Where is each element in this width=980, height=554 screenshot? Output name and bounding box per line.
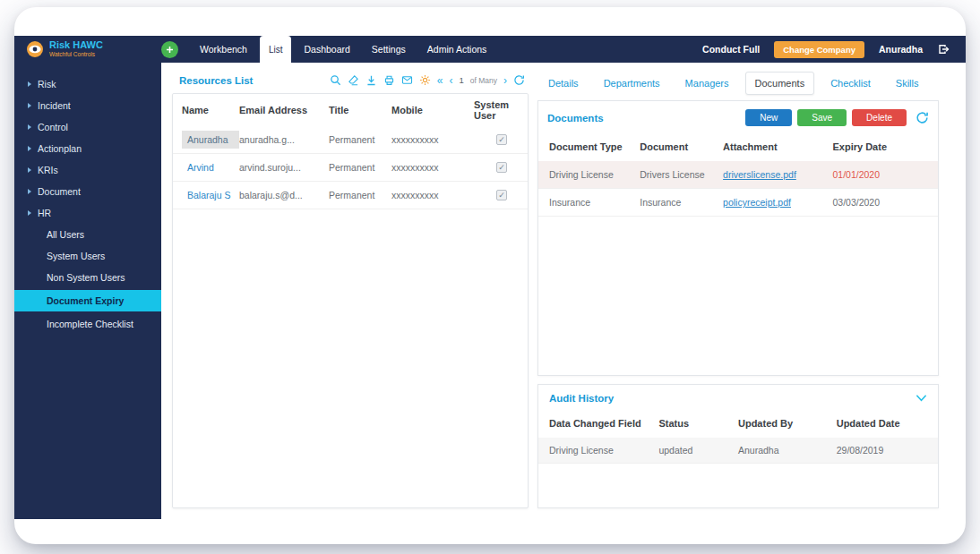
status-cell: updated [658, 445, 738, 456]
resources-panel: Resources List « ‹ 1 of Many › [172, 70, 529, 508]
gear-icon[interactable] [419, 74, 431, 86]
email-icon[interactable] [401, 74, 413, 86]
app-window: Risk HAWC Watchful Controls Workbench Li… [14, 7, 966, 544]
col-header: System User [474, 99, 529, 121]
main-area: Risk Incident Control Actionplan KRIs Do… [14, 63, 966, 519]
audit-history-title: Audit History [549, 393, 614, 404]
tab-checklist[interactable]: Checklist [821, 72, 880, 94]
sidebar: Risk Incident Control Actionplan KRIs Do… [14, 63, 161, 519]
tab-skills[interactable]: Skills [887, 72, 928, 94]
next-page-icon[interactable]: › [503, 75, 507, 86]
table-row[interactable]: Driving License updated Anuradha 29/08/2… [538, 438, 938, 464]
brand-title: Risk HAWC [49, 40, 103, 50]
system-user-checkbox[interactable] [496, 190, 507, 200]
document-cell: Drivers License [640, 169, 723, 180]
system-user-checkbox[interactable] [496, 162, 507, 173]
chevron-right-icon [28, 146, 31, 151]
sidebar-item-all-users[interactable]: All Users [14, 224, 161, 245]
eraser-icon[interactable] [348, 74, 359, 86]
delete-button[interactable]: Delete [852, 109, 907, 126]
detail-tabs: Details Departments Managers Documents C… [537, 70, 939, 100]
detail-panel: Details Departments Managers Documents C… [537, 70, 939, 508]
system-user-checkbox[interactable] [496, 134, 507, 145]
plus-icon [165, 45, 175, 55]
search-icon[interactable] [330, 74, 341, 86]
sidebar-item-control[interactable]: Control [14, 116, 161, 138]
sidebar-item-incident[interactable]: Incident [14, 95, 161, 116]
top-navbar: Risk HAWC Watchful Controls Workbench Li… [14, 36, 966, 63]
user-name-link[interactable]: Arvind [182, 158, 239, 176]
chevron-right-icon [28, 167, 31, 173]
tab-managers[interactable]: Managers [676, 72, 738, 94]
chevron-right-icon [28, 210, 31, 216]
user-name-link[interactable]: Balaraju S [182, 186, 239, 204]
add-button[interactable] [161, 41, 178, 58]
sidebar-item-label: HR [38, 208, 51, 218]
attachment-link[interactable]: driverslicense.pdf [723, 169, 832, 180]
table-row[interactable]: Insurance Insurance policyreceipt.pdf 03… [538, 189, 938, 217]
col-header: Updated Date [837, 418, 927, 429]
sidebar-item-risk[interactable]: Risk [14, 73, 161, 95]
resources-table-header: Name Email Address Title Mobile System U… [173, 94, 528, 126]
documents-table-header: Document Type Document Attachment Expiry… [538, 132, 938, 161]
sidebar-item-label: KRIs [38, 165, 58, 175]
documents-header: Documents New Save Delete [538, 101, 938, 132]
menu-item-list[interactable]: List [260, 36, 292, 63]
col-header: Attachment [723, 141, 832, 152]
menu-item-admin-actions[interactable]: Admin Actions [418, 36, 496, 63]
first-page-icon[interactable]: « [437, 75, 443, 86]
mobile-cell: xxxxxxxxxx [391, 134, 474, 145]
save-button[interactable]: Save [797, 109, 847, 126]
attachment-link[interactable]: policyreceipt.pdf [723, 197, 832, 208]
sidebar-item-incomplete-checklist[interactable]: Incomplete Checklist [14, 313, 161, 335]
new-button[interactable]: New [745, 109, 792, 126]
change-company-button[interactable]: Change Company [774, 41, 864, 58]
email-cell: arvind.suroju... [239, 162, 329, 173]
col-header: Name [182, 105, 239, 115]
table-row[interactable]: Anuradha anuradha.g... Permanent xxxxxxx… [173, 126, 528, 154]
download-icon[interactable] [365, 74, 377, 86]
sidebar-item-document[interactable]: Document [14, 181, 161, 202]
sidebar-item-label: Incident [38, 100, 71, 111]
sidebar-item-label: Control [38, 122, 68, 132]
refresh-icon[interactable] [916, 111, 929, 124]
sidebar-item-document-expiry[interactable]: Document Expiry [14, 290, 161, 311]
brand: Risk HAWC Watchful Controls [14, 36, 161, 63]
user-name-link[interactable]: Anuradha [182, 131, 239, 149]
audit-table-header: Data Changed Field Status Updated By Upd… [538, 409, 938, 438]
user-name[interactable]: Anuradha [879, 44, 923, 55]
page-of-label: of Many [470, 76, 497, 85]
sidebar-item-hr[interactable]: HR [14, 202, 161, 224]
documents-actions: New Save Delete [745, 109, 929, 126]
menu-item-workbench[interactable]: Workbench [191, 36, 256, 63]
email-cell: balaraju.s@d... [239, 190, 329, 200]
menu-item-dashboard[interactable]: Dashboard [295, 36, 358, 63]
tab-documents[interactable]: Documents [745, 72, 815, 95]
top-menu: Workbench List Dashboard Settings Admin … [191, 36, 495, 63]
sidebar-item-label: Actionplan [38, 143, 82, 154]
sidebar-item-kris[interactable]: KRIs [14, 159, 161, 181]
col-header: Document Type [549, 141, 640, 152]
tab-details[interactable]: Details [539, 72, 588, 94]
sidebar-item-non-system-users[interactable]: Non System Users [14, 267, 161, 288]
page-number: 1 [459, 75, 463, 85]
title-cell: Permanent [329, 190, 391, 200]
chevron-right-icon [28, 124, 31, 130]
print-icon[interactable] [383, 74, 395, 86]
table-row[interactable]: Arvind arvind.suroju... Permanent xxxxxx… [173, 154, 528, 182]
resources-toolbar: « ‹ 1 of Many › [330, 74, 525, 86]
table-row[interactable]: Balaraju S balaraju.s@d... Permanent xxx… [173, 182, 528, 209]
table-row[interactable]: Driving License Drivers License driversl… [538, 161, 938, 189]
logout-icon[interactable] [937, 43, 950, 55]
sidebar-item-actionplan[interactable]: Actionplan [14, 138, 161, 159]
title-cell: Permanent [329, 162, 391, 173]
mobile-cell: xxxxxxxxxx [391, 190, 474, 200]
tab-departments[interactable]: Departments [595, 72, 669, 94]
sidebar-item-system-users[interactable]: System Users [14, 245, 161, 267]
prev-page-icon[interactable]: ‹ [449, 75, 452, 86]
refresh-icon[interactable] [513, 74, 525, 86]
col-header: Expiry Date [832, 141, 927, 152]
chevron-down-icon[interactable] [916, 394, 927, 403]
menu-item-settings[interactable]: Settings [363, 36, 415, 63]
col-header: Mobile [391, 105, 474, 115]
